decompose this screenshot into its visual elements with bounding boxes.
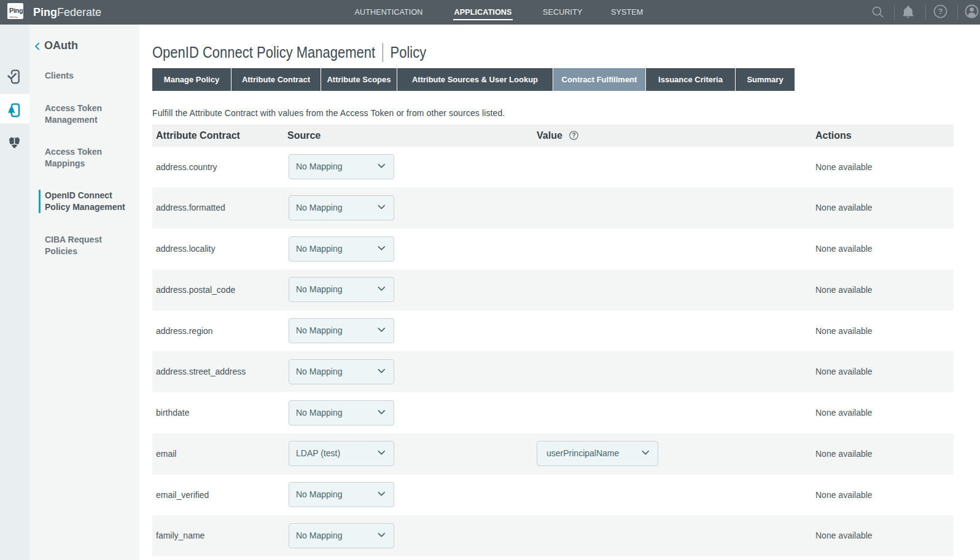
svg-text:?: ?	[938, 7, 943, 16]
svg-text:?: ?	[572, 132, 576, 139]
